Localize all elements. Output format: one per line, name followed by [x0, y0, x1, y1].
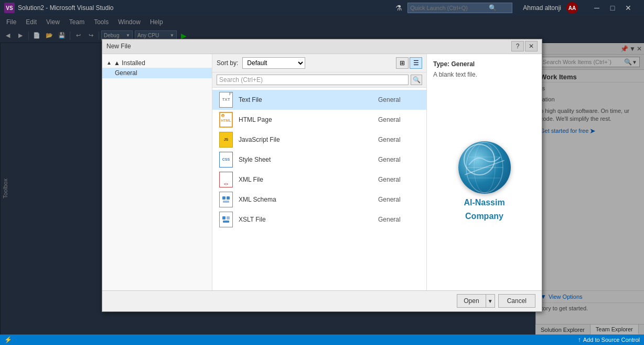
- dialog-close-button[interactable]: ✕: [525, 41, 538, 51]
- company-name-line2: Company: [465, 212, 503, 221]
- file-item-text[interactable]: TXT Text File General: [212, 90, 426, 110]
- window-title: Solution2 - Microsoft Visual Studio: [18, 4, 392, 12]
- dialog-main-area: Sort by: DefaultNameCategory ⊞ ☰ 🔍: [212, 54, 426, 290]
- info-description: A blank text file.: [433, 71, 535, 78]
- user-avatar[interactable]: AA: [566, 2, 578, 14]
- company-name-line1: Al-Nassim: [464, 198, 505, 207]
- info-type: Type: General: [433, 60, 535, 68]
- dialog-title-bar: New File ? ✕: [102, 39, 542, 54]
- xslt-file-name: XSLT File: [239, 216, 373, 223]
- installed-label: ▲ Installed: [114, 59, 145, 67]
- minimize-button[interactable]: ─: [589, 3, 604, 13]
- css-file-name: Style Sheet: [239, 156, 373, 163]
- dialog-info-panel: Type: General A blank text file.: [426, 54, 542, 290]
- open-button[interactable]: Open: [457, 294, 485, 308]
- open-dropdown-button[interactable]: ▼: [486, 294, 495, 308]
- file-item-xml[interactable]: <> XML File General: [212, 170, 426, 190]
- dialog-search-btn[interactable]: 🔍: [411, 75, 422, 85]
- vs-logo-icon: VS: [4, 3, 15, 13]
- xsd-file-category: General: [378, 196, 420, 203]
- quick-launch-search-icon: 🔍: [489, 4, 497, 12]
- file-list: TXT Text File General ●: [212, 88, 426, 290]
- file-item-html[interactable]: ● HTML HTML Page General: [212, 110, 426, 130]
- dialog-sidebar: ▲ ▲ Installed General: [102, 54, 212, 290]
- sort-by-label: Sort by:: [217, 59, 238, 67]
- xslt-file-icon: [219, 212, 233, 227]
- dialog-body: ▲ ▲ Installed General Sort by: DefaultNa…: [102, 54, 542, 290]
- file-item-css[interactable]: CSS Style Sheet General: [212, 150, 426, 170]
- add-to-source-control-text: Add to Source Control: [583, 337, 640, 343]
- file-item-xslt[interactable]: XSLT File General: [212, 210, 426, 229]
- dialog-help-button[interactable]: ?: [511, 41, 524, 51]
- js-file-icon: JS: [219, 132, 233, 147]
- user-name: Ahmad altonji: [523, 4, 561, 12]
- list-view-btn[interactable]: ☰: [410, 57, 422, 69]
- general-label: General: [115, 69, 137, 77]
- installed-arrow-icon: ▲: [106, 60, 112, 66]
- quick-launch-input[interactable]: [410, 5, 489, 11]
- sort-select[interactable]: DefaultNameCategory: [242, 57, 305, 69]
- xml-file-icon: <>: [219, 172, 233, 187]
- dialog-footer: Open ▼ Cancel: [102, 290, 542, 311]
- text-file-category: General: [378, 96, 420, 103]
- dialog-search-icon: 🔍: [413, 76, 421, 83]
- html-file-name: HTML Page: [239, 116, 373, 123]
- css-file-icon: CSS: [219, 152, 233, 167]
- dialog-search-input[interactable]: [217, 75, 409, 85]
- general-item[interactable]: General: [102, 68, 212, 78]
- grid-view-btn[interactable]: ⊞: [396, 57, 409, 69]
- company-logo-area: Al-Nassim Company: [433, 78, 535, 284]
- status-bar: ⚡ ↑ Add to Source Control: [0, 334, 644, 345]
- html-file-icon: ● HTML: [219, 112, 233, 127]
- file-item-js[interactable]: JS JavaScript File General: [212, 130, 426, 150]
- js-file-name: JavaScript File: [239, 136, 373, 143]
- html-file-category: General: [378, 116, 420, 123]
- cancel-button[interactable]: Cancel: [498, 294, 535, 308]
- logo-globe-svg: [458, 141, 511, 194]
- js-file-category: General: [378, 136, 420, 143]
- company-logo-circle: [458, 141, 511, 194]
- status-right[interactable]: ↑ Add to Source Control: [578, 336, 640, 343]
- file-item-xsd[interactable]: XML Schema General: [212, 190, 426, 210]
- filter-icon[interactable]: ⚗: [395, 4, 402, 12]
- dialog-search-bar: 🔍: [212, 72, 426, 88]
- modal-overlay: New File ? ✕ ▲ ▲ Installed General: [0, 16, 644, 334]
- source-control-icon: ↑: [578, 336, 581, 343]
- css-file-category: General: [378, 156, 420, 163]
- xml-file-category: General: [378, 176, 420, 183]
- title-bar: VS Solution2 - Microsoft Visual Studio ⚗…: [0, 0, 644, 16]
- sort-bar: Sort by: DefaultNameCategory ⊞ ☰: [212, 54, 426, 72]
- xsd-file-icon: [219, 192, 233, 207]
- xsd-file-name: XML Schema: [239, 196, 373, 203]
- close-button[interactable]: ✕: [621, 3, 636, 13]
- maximize-button[interactable]: □: [605, 3, 620, 13]
- xslt-file-category: General: [378, 216, 420, 223]
- installed-section-header[interactable]: ▲ ▲ Installed: [102, 58, 212, 68]
- xml-file-name: XML File: [239, 176, 373, 183]
- status-icon: ⚡: [4, 336, 12, 343]
- text-file-icon: TXT: [219, 92, 233, 107]
- view-buttons: ⊞ ☰: [396, 57, 422, 69]
- status-left: ⚡: [4, 336, 12, 343]
- text-file-name: Text File: [239, 96, 373, 103]
- dialog-title-text: New File: [106, 43, 511, 50]
- quick-launch-container: 🔍: [407, 3, 512, 13]
- new-file-dialog: New File ? ✕ ▲ ▲ Installed General: [102, 39, 542, 312]
- dialog-title-controls: ? ✕: [511, 41, 538, 51]
- open-button-group: Open ▼: [457, 294, 495, 308]
